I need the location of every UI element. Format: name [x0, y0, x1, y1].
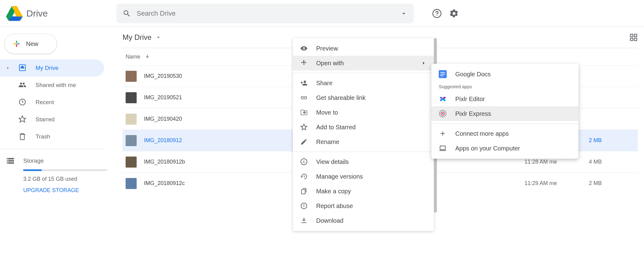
file-size: 4 MB — [589, 159, 635, 165]
download-icon — [300, 217, 308, 224]
svg-marker-15 — [19, 116, 26, 122]
submenu-item-pixlr-editor[interactable]: Pixlr Editor — [431, 92, 578, 106]
sidebar-item-recent[interactable]: Recent — [0, 94, 104, 111]
submenu-item-pixlr-express[interactable]: Pixlr Express — [431, 106, 578, 121]
context-menu-manage-versions[interactable]: Manage versions — [293, 169, 434, 184]
context-menu-label: Download — [316, 217, 343, 224]
submenu-item-label: Connect more apps — [455, 130, 509, 137]
gear-icon[interactable] — [449, 9, 459, 18]
file-size: 2 MB — [589, 137, 635, 144]
svg-rect-18 — [631, 38, 633, 40]
storage-fill — [23, 169, 42, 171]
context-menu-label: Share — [316, 80, 332, 87]
logo-area[interactable]: Drive — [6, 5, 116, 22]
storage-row[interactable]: Storage — [6, 157, 110, 165]
nav-label: Shared with me — [36, 82, 76, 89]
svg-point-11 — [437, 15, 438, 16]
file-thumbnail — [126, 157, 137, 168]
context-menu-rename[interactable]: Rename — [293, 134, 434, 149]
sidebar-item-trash[interactable]: Trash — [0, 128, 104, 145]
context-menu-report-abuse[interactable]: Report abuse — [293, 199, 434, 213]
context-menu-separator — [293, 152, 434, 152]
help-icon[interactable] — [432, 9, 442, 18]
context-menu-open-with[interactable]: Open with — [293, 56, 434, 70]
context-menu-add-to-starred[interactable]: Add to Starred — [293, 120, 434, 134]
context-menu-view-details[interactable]: View details — [293, 154, 434, 169]
star-outline-icon — [300, 123, 308, 131]
context-menu-download[interactable]: Download — [293, 213, 434, 228]
people-icon — [18, 81, 27, 89]
svg-rect-23 — [440, 74, 445, 74]
clock-icon — [18, 98, 27, 107]
svg-rect-16 — [631, 34, 633, 37]
context-menu-label: Add to Starred — [316, 124, 356, 131]
grid-view-icon[interactable] — [629, 33, 638, 42]
suggested-apps-label: Suggested apps — [431, 81, 578, 92]
butterfly-icon — [439, 95, 447, 103]
search-icon — [123, 9, 131, 18]
trash-icon — [18, 132, 27, 141]
nav-label: Recent — [36, 99, 54, 106]
search-bar[interactable] — [116, 4, 414, 23]
context-menu-label: View details — [316, 158, 349, 165]
laptop-icon — [439, 144, 447, 152]
context-menu-label: Open with — [316, 60, 344, 67]
new-button[interactable]: New — [4, 34, 57, 54]
sidebar-item-my-drive[interactable]: My Drive — [0, 59, 104, 77]
open-with-submenu: Google Docs Suggested apps Pixlr EditorP… — [431, 64, 578, 159]
context-menu-label: Make a copy — [316, 188, 351, 195]
sidebar-item-shared-with-me[interactable]: Shared with me — [0, 77, 104, 94]
svg-rect-19 — [634, 38, 637, 40]
file-thumbnail — [126, 135, 137, 146]
main-content: My Drive Name IMG_20190530IMG_20190521IM… — [116, 27, 644, 280]
report-icon — [300, 202, 308, 210]
file-modified: 11:29 AM me — [525, 180, 589, 187]
docs-icon — [439, 70, 447, 78]
pixlr-circle-icon — [439, 110, 447, 118]
context-menu-label: Manage versions — [316, 173, 363, 180]
plus-multicolor-icon — [12, 39, 21, 48]
search-input[interactable] — [137, 9, 395, 17]
context-menu-get-shareable-link[interactable]: Get shareable link — [293, 90, 434, 105]
submenu-item-label: Pixlr Express — [455, 110, 491, 117]
file-size: 2 MB — [589, 180, 635, 187]
link-icon — [300, 94, 308, 101]
history-icon — [300, 173, 308, 180]
submenu-item-apps-on-your-computer[interactable]: Apps on your Computer — [431, 141, 578, 156]
app-name: Drive — [26, 8, 48, 19]
context-menu-label: Rename — [316, 138, 339, 146]
storage-bar — [23, 169, 107, 171]
file-thumbnail — [126, 178, 137, 189]
svg-rect-24 — [440, 75, 443, 76]
submenu-item-google-docs[interactable]: Google Docs — [431, 67, 578, 81]
header: Drive — [0, 0, 644, 27]
breadcrumb[interactable]: My Drive — [123, 33, 161, 42]
svg-rect-22 — [440, 72, 445, 73]
storage-icon — [6, 157, 15, 165]
context-menu-share[interactable]: Share — [293, 76, 434, 90]
nav-label: Trash — [36, 133, 50, 140]
file-modified: 11:28 AM me — [525, 159, 589, 165]
upgrade-storage-link[interactable]: UPGRADE STORAGE — [23, 187, 110, 194]
submenu-item-connect-more-apps[interactable]: Connect more apps — [431, 126, 578, 141]
eye-icon — [300, 45, 308, 52]
context-menu-label: Preview — [316, 45, 338, 52]
svg-point-27 — [442, 113, 443, 114]
nav-label: Starred — [36, 116, 55, 123]
sidebar-item-starred[interactable]: Starred — [0, 111, 104, 128]
search-dropdown-icon[interactable] — [400, 10, 407, 17]
file-thumbnail — [126, 92, 137, 103]
submenu-separator — [431, 123, 578, 124]
new-button-label: New — [26, 40, 38, 47]
context-menu-move-to[interactable]: Move to — [293, 105, 434, 120]
info-icon — [300, 158, 308, 165]
sidebar: New My DriveShared with meRecentStarredT… — [0, 27, 116, 280]
context-menu-separator — [293, 73, 434, 73]
arrow-down-icon — [145, 54, 150, 59]
context-menu-preview[interactable]: Preview — [293, 41, 434, 56]
context-menu-make-a-copy[interactable]: Make a copy — [293, 184, 434, 199]
context-menu-label: Get shareable link — [316, 94, 366, 101]
pencil-icon — [300, 138, 308, 146]
breadcrumb-label: My Drive — [123, 33, 152, 42]
svg-marker-13 — [21, 66, 25, 69]
